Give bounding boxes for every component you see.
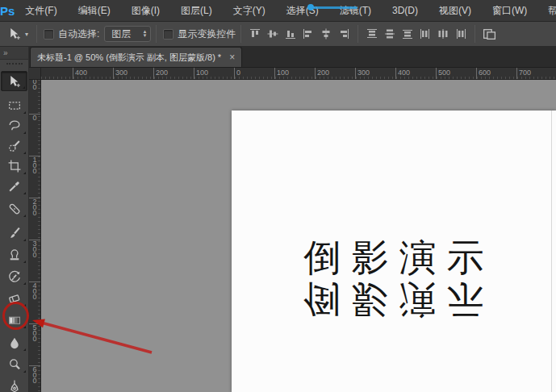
crop-tool[interactable] [1,156,27,176]
ruler-label: 200 [156,69,168,77]
ruler-tick [315,68,316,80]
menu-8[interactable]: 3D(D) [382,0,428,22]
ruler-label: 700 [519,69,531,77]
align-buttons [246,26,353,42]
separator [357,25,358,43]
rectangular-marquee-tool[interactable] [1,95,27,115]
distribute-right-edges-button[interactable] [453,26,469,42]
menu-1[interactable]: 文件(F) [15,0,67,22]
document-tab-title: 未标题-1 @ 50% (倒影演示 副本, 图层蒙版/8) * [37,52,221,64]
separator [156,25,157,43]
ruler-label: 300 [357,69,370,77]
menu-bar: Ps 文件(F)编辑(E)图像(I)图层(L)文字(Y)选择(S)滤镜(T)3D… [0,0,556,22]
ruler-label: 100 [31,80,39,90]
dodge-tool[interactable] [1,354,27,374]
document-canvas[interactable]: 倒影演示 倒影演示 [232,111,556,392]
menu-3[interactable]: 图像(I) [121,0,170,22]
align-horizontal-centers-button[interactable] [318,26,334,42]
gradient-tool[interactable] [1,310,27,330]
brush-tool[interactable] [1,223,27,243]
horizontal-ruler[interactable]: 4003002001000100200300400500600700 [41,68,556,80]
distribute-horizontal-centers-button[interactable] [435,26,451,42]
flyout-triangle-icon [23,239,26,241]
ruler-tick [516,68,517,80]
canvas-guide-line [551,111,552,392]
ruler-label: 600 [31,367,39,384]
flyout-triangle-icon [23,86,25,89]
move-tool-preset-icon[interactable] [6,26,23,42]
ruler-label: 200 [31,199,39,216]
distribute-left-edges-button[interactable] [417,26,433,42]
auto-select-checkbox[interactable] [44,29,54,40]
lasso-tool[interactable] [1,115,27,136]
align-vertical-centers-button[interactable] [265,26,281,42]
auto-select-target-dropdown[interactable]: 图层 ▲▼ [104,26,151,42]
separator [240,25,241,43]
history-brush-tool[interactable] [1,266,27,286]
ruler-tick [355,68,356,80]
blur-tool[interactable] [1,332,27,352]
distribute-bottom-edges-button[interactable] [399,26,416,42]
menu-2[interactable]: 编辑(E) [68,0,121,22]
eraser-tool[interactable] [1,288,27,308]
distribute-vertical-centers-button[interactable] [382,26,398,42]
canvas-text: 倒影演示 [232,237,556,277]
spot-healing-brush-tool[interactable] [1,198,27,219]
flyout-triangle-icon [23,131,26,134]
separator [474,25,475,43]
align-right-edges-button[interactable] [336,26,352,42]
menu-9[interactable]: 视图(V) [428,0,482,22]
pen-tool[interactable] [1,376,27,392]
ruler-label: 0 [236,69,240,77]
menu-7[interactable]: 滤镜(T) [329,0,382,22]
document-tab[interactable]: 未标题-1 @ 50% (倒影演示 副本, 图层蒙版/8) * × [30,47,242,67]
auto-align-layers-button[interactable] [481,26,497,42]
collapse-panel-button[interactable]: » [0,47,28,60]
ruler-tick [153,68,154,80]
menu-5[interactable]: 文字(Y) [223,0,276,22]
ruler-corner[interactable] [29,68,41,80]
ruler-tick [194,68,194,80]
move-tool[interactable] [1,71,27,91]
auto-select-label: 自动选择: [58,27,99,41]
ruler-label: 100 [31,157,39,174]
photoshop-logo[interactable]: Ps [0,4,15,18]
ruler-label: 400 [31,283,39,300]
ruler-label: 100 [196,69,208,77]
align-left-edges-button[interactable] [300,26,316,42]
ruler-tick [274,68,275,80]
panel-grip[interactable] [6,63,23,65]
vertical-ruler[interactable]: 1000100200300400500600 [29,80,41,392]
menu-6[interactable]: 选择(S) [276,0,329,22]
ruler-label: 200 [317,69,329,77]
distribute-top-edges-button[interactable] [364,26,380,42]
ruler-tick [113,68,114,80]
ruler-tick [436,68,437,80]
ruler-label: 400 [75,69,87,77]
menu-4[interactable]: 图层(L) [170,0,223,22]
menu-11[interactable]: 帮助(H) [537,0,556,22]
flyout-triangle-icon [23,304,26,307]
ruler-label: 400 [398,69,410,77]
ruler-label: 300 [31,241,39,258]
options-bar: ▾ 自动选择: 图层 ▲▼ 显示变换控件 [0,22,556,47]
align-bottom-edges-button[interactable] [282,26,299,42]
clone-stamp-tool[interactable] [1,244,27,265]
ruler-label: 300 [115,69,128,77]
preset-caret-icon[interactable]: ▾ [25,31,28,38]
separator [36,25,37,43]
flyout-triangle-icon [23,111,26,114]
pasteboard[interactable]: 倒影演示 倒影演示 [41,80,556,392]
eyedropper-tool[interactable] [1,176,27,196]
flyout-triangle-icon [23,152,26,154]
menu-10[interactable]: 窗口(W) [482,0,537,22]
ruler-tick [234,68,235,80]
close-tab-icon[interactable]: × [229,52,235,62]
align-top-edges-button[interactable] [247,26,263,42]
quick-selection-tool[interactable] [1,136,27,156]
show-transform-checkbox[interactable] [163,29,173,40]
flyout-triangle-icon [23,282,26,285]
ruler-label: 500 [438,69,450,77]
auto-select-target-value: 图层 [111,27,131,41]
tool-panel: » [0,47,29,392]
